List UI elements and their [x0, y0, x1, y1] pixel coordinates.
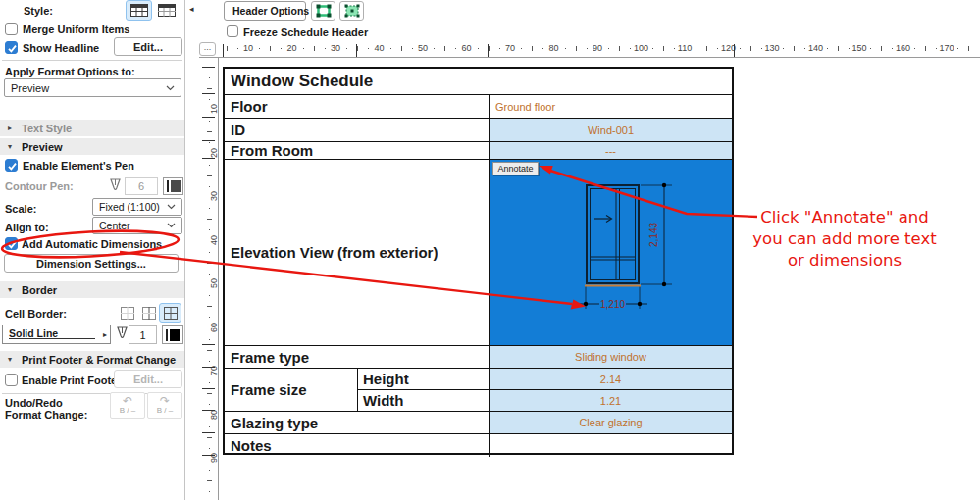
border-pen-input[interactable]: 1 [129, 325, 157, 344]
v-ruler-row-tick [202, 432, 215, 433]
print-footer-section-header[interactable]: ▾ Print Footer & Format Change [0, 351, 184, 368]
apply-format-dropdown[interactable]: Preview [4, 78, 181, 97]
v-ruler-tick [207, 480, 212, 481]
headline-edit-button[interactable]: Edit... [114, 37, 182, 56]
width-value-cell[interactable]: 1.21 [490, 390, 732, 411]
freeze-schedule-header-checkbox[interactable] [227, 25, 238, 37]
preview-section-header[interactable]: ▾ Preview [0, 138, 184, 155]
elevation-label-cell[interactable]: Elevation View (from exterior) [225, 160, 490, 345]
table-row-glazing: Glazing type Clear glazing [225, 412, 732, 434]
id-value-cell[interactable]: Wind-001 [490, 119, 732, 141]
glazing-label-cell[interactable]: Glazing type [225, 412, 490, 433]
v-ruler-tick [209, 448, 210, 449]
scale-label: Scale: [5, 203, 36, 215]
height-value-cell[interactable]: 2.14 [490, 369, 732, 389]
print-footer-section-label: Print Footer & Format Change [22, 354, 176, 366]
chevron-down-icon [167, 204, 176, 210]
glazing-value-cell[interactable]: Clear glazing [490, 412, 732, 433]
floor-value-cell[interactable]: Ground floor [490, 95, 732, 118]
border-all-icon [164, 307, 178, 320]
style-label: Style: [24, 5, 53, 17]
add-automatic-dimensions-checkbox[interactable] [5, 237, 18, 250]
ruler-options-button[interactable]: ... [199, 42, 216, 56]
frame-size-height-row: Height 2.14 [358, 369, 732, 390]
contour-pen-input[interactable]: 6 [125, 177, 158, 195]
undo-format-change-button[interactable]: ↶ B / – [110, 392, 145, 419]
h-ruler-tick [303, 48, 304, 49]
h-ruler-tick [532, 46, 533, 51]
enable-print-footer-checkbox[interactable] [5, 374, 18, 386]
v-ruler-tick [209, 491, 210, 492]
undo-icon: ↶ [123, 396, 132, 406]
print-footer-edit-button[interactable]: Edit... [114, 370, 182, 388]
selection-handles-button[interactable] [339, 1, 364, 21]
pen-color-preview [171, 180, 181, 192]
v-ruler-tick [209, 382, 210, 383]
h-ruler-tick [804, 48, 805, 49]
divider [2, 60, 182, 61]
header-options-button[interactable]: Header Options ▸ [224, 1, 306, 21]
show-headline-checkbox[interactable] [5, 41, 18, 54]
merge-uniform-items-checkbox[interactable] [5, 23, 18, 35]
sidebar-collapse-arrow[interactable]: ◂ [189, 4, 194, 14]
h-ruler-tick [696, 48, 696, 49]
h-ruler-tick [663, 46, 664, 51]
h-ruler-tick [849, 48, 850, 49]
h-ruler-tick [630, 48, 631, 49]
pen-nib-icon [110, 178, 121, 193]
from-room-value-cell[interactable]: --- [490, 142, 732, 159]
h-ruler-tick [761, 48, 762, 49]
floor-label-cell[interactable]: Floor [225, 95, 490, 118]
h-ruler-tick [314, 46, 315, 51]
style-grid-button-selected[interactable] [126, 0, 152, 21]
table-row-floor: Floor Ground floor [225, 95, 732, 119]
dimension-settings-button[interactable]: Dimension Settings... [4, 254, 179, 273]
style-list-button[interactable] [153, 0, 180, 21]
h-ruler-column-tick [356, 44, 357, 57]
align-to-dropdown[interactable]: Center [92, 217, 182, 234]
line-type-dropdown[interactable]: Solid Line ▸ [2, 325, 111, 344]
width-label-cell[interactable]: Width [358, 390, 490, 411]
flyout-arrow-icon: ▸ [103, 330, 107, 339]
border-section-header[interactable]: ▾ Border [0, 281, 184, 298]
v-ruler-tick [209, 426, 210, 427]
v-ruler-tick [209, 121, 210, 122]
redo-format-change-button[interactable]: ↷ B / – [147, 392, 182, 419]
cell-border-vertical-button[interactable] [137, 303, 160, 323]
frame-size-label-cell[interactable]: Frame size [225, 369, 358, 411]
chevron-down-icon: ▾ [8, 142, 22, 151]
v-ruler-label: 20 [209, 138, 219, 168]
scale-dropdown[interactable]: Fixed (1:100) [92, 198, 182, 216]
enable-elements-pen-checkbox[interactable] [5, 159, 18, 172]
chevron-down-icon [166, 85, 175, 91]
text-style-section-header[interactable]: ▸ Text Style [0, 120, 184, 136]
line-sample [9, 338, 95, 339]
selection-area-button[interactable] [311, 1, 335, 21]
frame-type-value-cell[interactable]: Sliding window [490, 346, 732, 368]
h-ruler-tick [521, 48, 522, 49]
border-section-label: Border [22, 284, 57, 296]
v-ruler-row-tick [202, 344, 215, 345]
elevation-preview-cell-selected[interactable]: Annotate [490, 160, 732, 345]
notes-label-cell[interactable]: Notes [225, 434, 490, 457]
border-outer-icon [121, 307, 134, 320]
height-label-cell[interactable]: Height [358, 369, 490, 389]
schedule-title-row[interactable]: Window Schedule [225, 69, 732, 95]
id-label-cell[interactable]: ID [225, 119, 490, 141]
show-headline-label: Show Headline [23, 42, 99, 54]
border-pen-color-swatch[interactable] [162, 325, 183, 344]
frame-type-label-cell[interactable]: Frame type [225, 346, 490, 368]
v-ruler-row-tick [202, 93, 215, 94]
cell-border-outer-button[interactable] [116, 303, 138, 323]
height-dimension-text: 2,143 [648, 223, 659, 247]
table-style-alt-icon [158, 4, 176, 17]
contour-pen-color-swatch[interactable] [163, 177, 183, 195]
h-ruler-column-tick [488, 44, 489, 57]
header-options-label: Header Options [232, 5, 309, 17]
green-selection-icon [316, 4, 332, 18]
notes-value-cell[interactable] [490, 434, 732, 457]
cell-border-all-button[interactable] [159, 303, 181, 323]
from-room-label-cell[interactable]: From Room [225, 142, 490, 159]
h-ruler-tick [565, 48, 566, 49]
v-ruler-label: 50 [209, 269, 219, 298]
